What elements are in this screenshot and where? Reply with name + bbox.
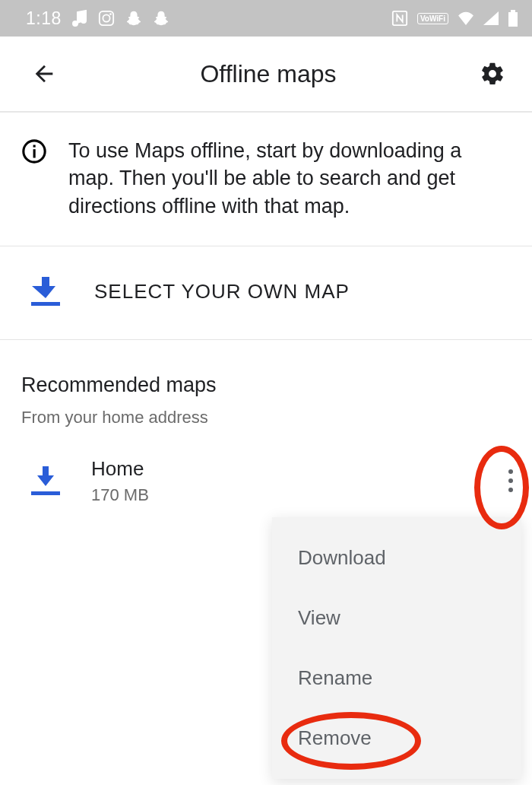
svg-rect-5 xyxy=(508,12,518,27)
menu-item-download[interactable]: Download xyxy=(272,528,521,588)
menu-item-rename[interactable]: Rename xyxy=(272,648,521,708)
svg-rect-4 xyxy=(511,10,515,12)
status-time: 1:18 xyxy=(26,8,62,29)
select-own-map-label: SELECT YOUR OWN MAP xyxy=(94,280,350,304)
overflow-menu: Download View Rename Remove xyxy=(272,517,521,779)
signal-icon xyxy=(483,11,499,25)
menu-item-remove[interactable]: Remove xyxy=(272,708,521,768)
battery-icon xyxy=(508,10,518,27)
settings-button[interactable] xyxy=(476,57,509,91)
svg-rect-8 xyxy=(33,145,36,148)
svg-point-11 xyxy=(508,488,513,492)
instagram-icon xyxy=(98,10,115,27)
vowifi-badge: VoWiFi xyxy=(417,13,448,24)
more-vert-icon xyxy=(508,469,514,493)
app-header: Offline maps xyxy=(0,37,532,113)
select-own-map-row[interactable]: SELECT YOUR OWN MAP xyxy=(0,246,532,340)
svg-point-2 xyxy=(109,13,112,15)
svg-rect-7 xyxy=(33,149,36,157)
svg-point-1 xyxy=(103,14,109,21)
recommended-map-row[interactable]: Home 170 MB xyxy=(0,427,532,508)
menu-item-view[interactable]: View xyxy=(272,588,521,648)
snapchat-icon-2 xyxy=(153,10,169,27)
music-icon xyxy=(72,10,87,27)
page-title: Offline maps xyxy=(61,60,476,88)
map-overflow-button[interactable] xyxy=(492,453,529,508)
recommended-heading: Recommended maps xyxy=(21,373,511,397)
info-banner: To use Maps offline, start by downloadin… xyxy=(0,113,532,246)
map-name: Home xyxy=(91,457,149,481)
arrow-left-icon xyxy=(31,61,57,87)
nfc-icon xyxy=(391,10,408,27)
recommended-subheading: From your home address xyxy=(21,408,511,427)
wifi-icon xyxy=(458,11,474,25)
download-icon xyxy=(30,277,61,306)
snapchat-icon xyxy=(125,10,142,27)
svg-point-10 xyxy=(508,478,513,483)
info-icon xyxy=(21,138,47,164)
gear-icon xyxy=(480,61,505,87)
svg-point-9 xyxy=(508,469,513,474)
back-button[interactable] xyxy=(27,57,61,91)
info-text: To use Maps offline, start by downloadin… xyxy=(68,137,511,220)
map-size: 170 MB xyxy=(91,485,149,505)
recommended-section: Recommended maps From your home address xyxy=(0,340,532,427)
download-icon xyxy=(30,466,61,495)
status-bar: 1:18 VoWiFi xyxy=(0,0,532,37)
